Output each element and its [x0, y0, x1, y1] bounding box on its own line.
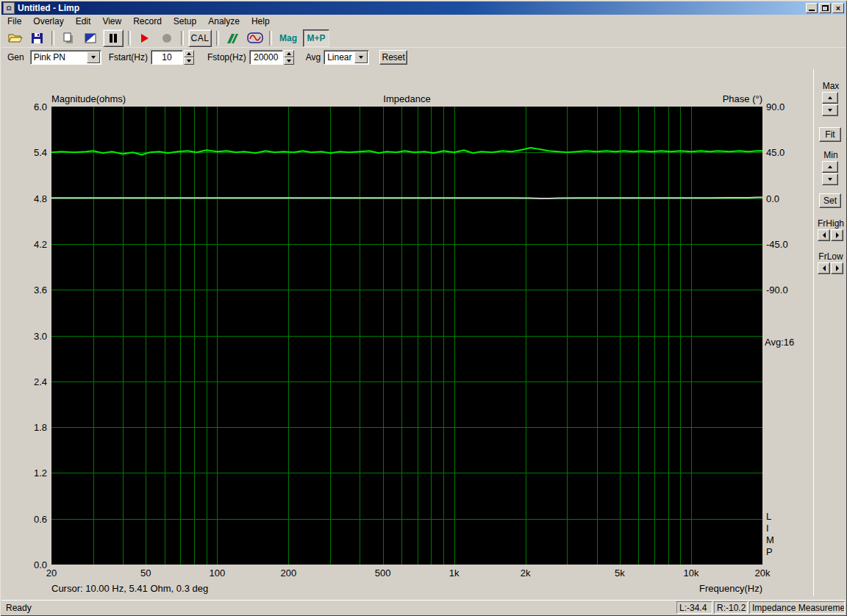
magnitude-view-button[interactable]: Mag [276, 30, 300, 46]
menu-item-record[interactable]: Record [127, 15, 168, 28]
toolbar-separator [181, 31, 184, 46]
fstop-input[interactable]: 20000 [249, 50, 283, 65]
fstart-stepper[interactable] [184, 50, 194, 65]
y-axis-tick-label: 1.2 [15, 468, 47, 479]
x-axis-tick-label: 500 [361, 567, 405, 579]
phase-axis-tick-label: -90.0 [766, 284, 788, 296]
x-axis-tick-label: 100 [195, 567, 239, 579]
frhigh-left-button[interactable] [818, 229, 830, 241]
avg-readout: Avg:16 [765, 337, 794, 348]
min-down-button[interactable] [822, 173, 838, 185]
arrow-up-icon [287, 52, 291, 55]
fstop-label: Fstop(Hz) [207, 52, 246, 62]
plot-canvas[interactable] [51, 107, 762, 565]
limp-watermark-letter: I [766, 523, 769, 534]
app-icon[interactable]: Ω [3, 2, 15, 14]
x-axis-tick-label: 50 [124, 567, 168, 579]
bw-mode-button[interactable] [81, 30, 100, 46]
y-axis-tick-label: 3.0 [15, 331, 47, 342]
fstart-up-button[interactable] [184, 50, 194, 57]
fstart-input[interactable]: 10 [151, 50, 183, 65]
set-button[interactable]: Set [819, 193, 841, 208]
frlow-left-button[interactable] [818, 262, 830, 274]
fstop-up-button[interactable] [284, 50, 294, 57]
avg-select[interactable]: Linear [324, 50, 369, 65]
gen-select-value: Pink PN [34, 52, 65, 62]
min-up-button[interactable] [822, 161, 838, 173]
fstart-down-button[interactable] [184, 57, 194, 65]
fit-button-label: Fit [825, 129, 835, 140]
magnitude-view-label: Mag [279, 33, 297, 43]
minimize-button[interactable] [806, 3, 818, 13]
save-button[interactable] [28, 30, 47, 46]
save-icon [31, 32, 44, 44]
menu-item-analyze[interactable]: Analyze [202, 15, 246, 28]
magnitude-phase-view-button[interactable]: M+P [303, 29, 329, 47]
right-axis-title: Phase (°) [660, 93, 762, 104]
menu-item-file[interactable]: File [1, 15, 27, 28]
frlow-right-button[interactable] [831, 262, 843, 274]
y-axis-tick-label: 4.8 [15, 193, 47, 204]
restore-icon [822, 5, 829, 11]
arrow-down-icon [287, 60, 291, 62]
impedance-plot[interactable] [51, 107, 762, 565]
phase-axis-tick-label: 90.0 [766, 101, 785, 112]
x-axis-tick-label: 10k [669, 567, 713, 579]
play-button[interactable] [135, 30, 154, 46]
chevron-down-icon [91, 56, 96, 59]
phase-axis-tick-label: 45.0 [766, 147, 785, 158]
record-icon [162, 33, 172, 43]
toolbar-separator [51, 31, 54, 46]
record-button[interactable] [157, 30, 176, 46]
arrow-right-icon [836, 265, 839, 271]
fit-button[interactable]: Fit [819, 127, 841, 142]
cal-button[interactable]: CAL [188, 29, 212, 47]
x-axis-tick-label: 20 [29, 567, 74, 579]
y-axis-tick-label: 5.4 [15, 147, 47, 158]
frhigh-right-button[interactable] [831, 229, 843, 241]
gen-select[interactable]: Pink PN [30, 50, 101, 65]
close-button[interactable]: × [832, 3, 844, 13]
bw-mode-icon [85, 33, 96, 43]
menu-item-help[interactable]: Help [246, 15, 276, 28]
open-button[interactable] [6, 30, 25, 46]
limp-watermark-letter: L [766, 511, 771, 522]
menu-item-edit[interactable]: Edit [70, 15, 97, 28]
max-down-button[interactable] [822, 104, 838, 116]
gen-select-arrow[interactable] [87, 51, 100, 63]
left-level-indicator: L:-34.4 [676, 601, 712, 614]
minimize-icon [809, 10, 815, 11]
menu-item-setup[interactable]: Setup [168, 15, 202, 28]
avg-select-arrow[interactable] [354, 51, 368, 63]
menu-item-overlay[interactable]: Overlay [27, 15, 69, 28]
right-level-indicator: R:-10.2 [714, 601, 748, 614]
spectrum-icon [226, 32, 240, 44]
generator-button[interactable] [246, 30, 265, 46]
fstop-value: 20000 [254, 52, 278, 62]
x-axis-tick-label: 2k [504, 567, 548, 579]
reset-button[interactable]: Reset [379, 50, 407, 65]
set-button-label: Set [823, 196, 837, 206]
fstop-stepper[interactable] [284, 50, 294, 65]
panel-divider [813, 69, 814, 596]
magnitude-phase-view-label: M+P [307, 33, 325, 43]
fstart-value: 10 [162, 52, 171, 62]
x-axis-tick-label: 20k [740, 567, 785, 579]
min-label: Min [815, 150, 847, 160]
copy-icon [62, 32, 75, 44]
copy-button[interactable] [59, 30, 78, 46]
title-bar[interactable]: Ω Untitled - Limp × [1, 1, 846, 15]
spectrum-button[interactable] [224, 30, 243, 46]
frlow-label: FrLow [815, 251, 847, 262]
pause-button[interactable] [103, 29, 124, 47]
fstop-down-button[interactable] [284, 57, 294, 65]
x-axis-tick-label: 200 [266, 567, 310, 579]
chart-area: Magnitude(ohms) Impedance Phase (°) 6.05… [1, 66, 846, 599]
generator-icon [247, 32, 263, 43]
menu-item-view[interactable]: View [96, 15, 127, 28]
max-up-button[interactable] [822, 92, 838, 104]
restore-button[interactable] [819, 3, 831, 13]
y-axis-tick-label: 4.2 [15, 239, 47, 250]
window-title: Untitled - Limp [18, 3, 79, 13]
frhigh-label: FrHigh [815, 218, 847, 229]
